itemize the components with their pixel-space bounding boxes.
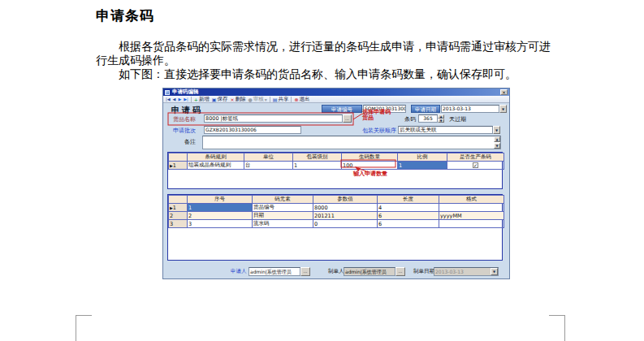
element-header: 码元素 [253, 196, 313, 204]
row-selector-cell[interactable]: ▶1 [169, 162, 188, 170]
element-table-header-row: 序号 码元素 参数值 长度 格式 [169, 196, 504, 204]
manual-page: 申请条码 根据各货品条码的实际需求情况，进行适量的条码生成申请，申请码需通过审核… [96, 6, 555, 81]
expire-suffix-label: 天过期 [449, 115, 466, 123]
element-table-row: 2 2 日期 201211 6 yyyyMM [169, 212, 504, 220]
ratio-cell[interactable]: 1 [398, 162, 447, 170]
audit-button[interactable]: ● 审核 ▾ [249, 96, 267, 103]
add-button[interactable]: + 新增 [194, 96, 210, 103]
apply-date-input[interactable]: 2013-03-13 [441, 105, 499, 113]
toolbar-separator [191, 97, 192, 102]
make-date-dropdown-icon[interactable]: ▼ [491, 268, 498, 275]
format-cell[interactable] [439, 220, 504, 228]
element-header: 格式 [439, 196, 504, 204]
form-heading: 申请码 [171, 105, 203, 116]
package-order-select[interactable]: 后关联或无关联 [398, 126, 493, 134]
annotation-enter-qty: 输入申请数量 [353, 171, 387, 177]
length-cell[interactable]: 4 [378, 204, 439, 212]
toolbar-separator [270, 97, 270, 102]
maker-lookup-icon[interactable]: ... [395, 267, 405, 276]
rule-header: 包装级别 [293, 153, 342, 162]
scroll-down-icon[interactable]: ▼ [494, 143, 500, 149]
rule-table-header-row: 条码规则 单位 包装级别 生码数量 比例 是否生产条码 [169, 153, 504, 162]
make-date-label: 制单日期 [413, 267, 434, 276]
rule-table-row: ▶1 组装成品条码规则 台 1 100 1 ✓ [169, 162, 504, 170]
format-cell[interactable] [439, 204, 504, 212]
goods-annotation-line [353, 114, 362, 119]
seq-cell[interactable]: 1 [188, 204, 253, 212]
expire-days-stepper[interactable]: ▲ ▼ [438, 114, 444, 123]
maker-label: 制单人 [328, 267, 344, 276]
unit-cell[interactable]: 台 [244, 162, 293, 170]
share-icon: ▤ [273, 97, 278, 102]
apply-date-dropdown-icon[interactable]: ▼ [499, 105, 507, 113]
nav-prev-icon[interactable]: ◀ [173, 97, 176, 101]
remark-textarea[interactable] [202, 136, 501, 149]
format-cell[interactable]: yyyyMM [439, 212, 504, 220]
goods-lookup-icon[interactable]: ... [343, 114, 352, 123]
applicant-label: 申请人 [231, 267, 247, 276]
rule-header-selector [169, 153, 188, 162]
rule-cell[interactable]: 组装成品条码规则 [188, 162, 244, 170]
nav-last-icon[interactable]: ▶| [184, 97, 188, 101]
make-date-input[interactable]: 2013-03-13 [434, 267, 499, 276]
value-cell[interactable]: 0 [313, 220, 378, 228]
level-cell[interactable]: 1 [293, 162, 342, 170]
nav-first-icon[interactable]: |◀ [166, 97, 171, 101]
exit-icon: ⊗ [294, 97, 298, 102]
rule-table: 条码规则 单位 包装级别 生码数量 比例 是否生产条码 ▶1 组装成品条码规则 … [167, 152, 503, 189]
save-button[interactable]: ▣ 保存 [212, 96, 228, 103]
row-selector-cell[interactable]: 3 [169, 220, 188, 228]
maker-input[interactable]: admin|系统管理员 [344, 267, 395, 276]
page-title: 申请条码 [96, 6, 555, 25]
window-toolbar: |◀ ◀ ▶ ▶| + 新增 ▣ 保存 × 删除 ● 审核 ▾ ▤ 共享 ⊗ 退 [163, 96, 509, 103]
chevron-down-icon: ▾ [265, 97, 267, 102]
element-header: 序号 [188, 196, 253, 204]
audit-icon: ● [249, 97, 253, 102]
row-selector-cell[interactable]: 2 [169, 212, 188, 220]
element-cell[interactable]: 日期 [253, 212, 313, 220]
delete-icon: × [230, 97, 234, 102]
length-cell[interactable]: 6 [378, 212, 439, 220]
length-cell[interactable]: 6 [378, 220, 439, 228]
barcode-label: 条码 [404, 115, 416, 123]
remark-scrollbar[interactable]: ▲ ▼ [494, 136, 500, 149]
rule-header: 条码规则 [188, 153, 244, 162]
expire-days-input[interactable]: 365 [418, 114, 438, 123]
close-icon[interactable]: × [500, 89, 508, 95]
seq-cell[interactable]: 3 [188, 220, 253, 228]
element-table: 序号 码元素 参数值 长度 格式 ▶1 1 货品编号 8000 4 2 2 日期… [167, 194, 503, 261]
element-header: 长度 [378, 196, 439, 204]
produce-cell[interactable]: ✓ [447, 162, 504, 170]
page-margin-mark-left [76, 315, 92, 341]
package-order-dropdown-icon[interactable]: ▼ [493, 126, 500, 134]
goods-name-input[interactable]: 8000 |标签纸 [204, 114, 343, 123]
batch-input[interactable]: GZXB201303130006 [204, 126, 301, 134]
applicant-lookup-icon[interactable]: ... [300, 267, 310, 276]
delete-button[interactable]: × 删除 [230, 96, 245, 103]
seq-cell[interactable]: 2 [188, 212, 253, 220]
apply-code-edit-window: 申请码编辑 × |◀ ◀ ▶ ▶| + 新增 ▣ 保存 × 删除 ● 审核 ▾ … [162, 88, 510, 279]
package-order-label: 包装关联顺序 [362, 127, 396, 135]
batch-label: 申请批次 [173, 127, 196, 135]
element-cell[interactable]: 流水码 [253, 220, 313, 228]
exit-button[interactable]: ⊗ 退出 [294, 96, 309, 103]
nav-next-icon[interactable]: ▶ [178, 97, 181, 101]
rule-header: 生码数量 [342, 153, 398, 162]
element-cell[interactable]: 货品编号 [253, 204, 313, 212]
page-margin-mark-right [549, 315, 565, 341]
apply-date-label: 申请日期 [411, 105, 440, 113]
element-table-row: ▶1 1 货品编号 8000 4 [169, 204, 504, 212]
qty-cell[interactable]: 100 [342, 162, 398, 170]
applicant-input[interactable]: admin|系统管理员 [249, 267, 300, 276]
element-header: 参数值 [313, 196, 378, 204]
intro-paragraph: 根据各货品条码的实际需求情况，进行适量的条码生成申请，申请码需通过审核方可进行生… [96, 40, 555, 67]
produce-barcode-checkbox[interactable]: ✓ [473, 162, 478, 168]
annotation-select-goods: 选择申请码 货品 [362, 110, 391, 121]
scroll-up-icon[interactable]: ▲ [494, 136, 500, 142]
value-cell[interactable]: 8000 [313, 204, 378, 212]
share-button[interactable]: ▤ 共享 [273, 96, 289, 103]
spin-down-icon[interactable]: ▼ [438, 119, 444, 123]
value-cell[interactable]: 201211 [313, 212, 378, 220]
rule-header: 单位 [244, 153, 293, 162]
row-selector-cell[interactable]: ▶1 [169, 204, 188, 212]
